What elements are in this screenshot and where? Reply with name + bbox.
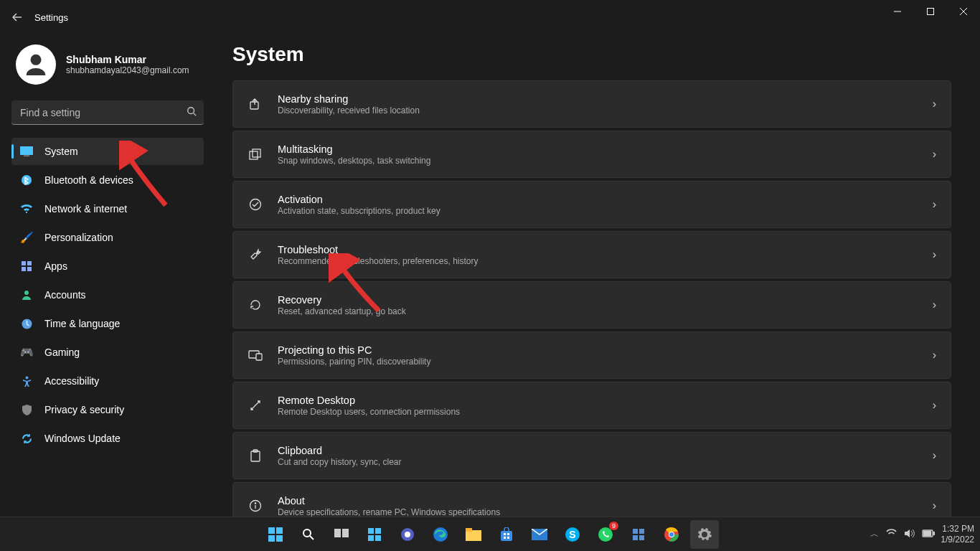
chevron-up-icon[interactable]: ︿ (870, 528, 879, 540)
apps-icon (20, 260, 33, 273)
svg-rect-37 (342, 529, 349, 537)
minimize-button[interactable] (881, 0, 914, 23)
wifi-icon (20, 202, 33, 215)
edge-button[interactable] (426, 520, 455, 549)
nav-item-gaming[interactable]: 🎮 Gaming (11, 339, 204, 366)
nav-item-accessibility[interactable]: Accessibility (11, 367, 204, 395)
remote-icon (248, 399, 263, 412)
card-title: Activation (278, 194, 933, 205)
shield-icon (20, 403, 33, 416)
system-tray[interactable]: ︿ 1:32 PM 1/9/2022 (870, 524, 974, 545)
nav-label: Accessibility (44, 375, 99, 387)
display-icon (20, 145, 33, 158)
card-remote-desktop[interactable]: Remote DesktopRemote Desktop users, conn… (232, 382, 951, 429)
battery-tray-icon[interactable] (922, 529, 935, 540)
svg-rect-38 (368, 528, 374, 534)
nav-item-time[interactable]: Time & language (11, 310, 204, 337)
nav-label: Personalization (44, 232, 113, 243)
card-desc: Permissions, pairing PIN, discoverabilit… (278, 357, 933, 367)
volume-tray-icon[interactable] (904, 529, 915, 540)
search-input[interactable] (11, 100, 204, 125)
bluetooth-icon (20, 174, 33, 187)
chevron-right-icon: › (933, 399, 936, 412)
nav-item-privacy[interactable]: Privacy & security (11, 396, 204, 423)
nav-label: Network & internet (44, 203, 127, 215)
svg-rect-46 (466, 528, 472, 532)
close-button[interactable] (947, 0, 980, 23)
card-recovery[interactable]: RecoveryReset, advanced startup, go back… (232, 281, 951, 329)
nav-item-system[interactable]: System (11, 138, 204, 165)
taskbar-search-button[interactable] (294, 520, 323, 549)
svg-point-5 (188, 108, 194, 114)
nav-item-bluetooth[interactable]: Bluetooth & devices (11, 166, 204, 194)
recovery-icon (248, 298, 263, 311)
card-desc: Discoverability, received files location (278, 105, 933, 116)
card-title: Nearby sharing (278, 93, 933, 105)
nav-label: Gaming (44, 347, 80, 358)
svg-rect-22 (256, 354, 262, 360)
svg-rect-32 (268, 535, 275, 542)
store-button[interactable] (492, 520, 521, 549)
card-about[interactable]: AboutDevice specifications, rename PC, W… (232, 482, 951, 517)
svg-point-16 (25, 376, 28, 379)
start-button[interactable] (261, 520, 290, 549)
nav-label: Apps (44, 260, 67, 272)
page-title: System (232, 43, 951, 66)
window-title: Settings (34, 12, 68, 23)
nav-item-apps[interactable]: Apps (11, 253, 204, 280)
nav-item-personalization[interactable]: 🖌️ Personalization (11, 224, 204, 251)
card-title: About (278, 495, 933, 507)
whatsapp-button[interactable] (591, 520, 620, 549)
nav-list: System Bluetooth & devices Network & int… (11, 138, 204, 452)
svg-rect-30 (268, 527, 275, 534)
widgets-button[interactable] (360, 520, 389, 549)
svg-rect-11 (27, 261, 32, 265)
skype-button[interactable]: S (558, 520, 587, 549)
card-desc: Recommended troubleshooters, preferences… (278, 256, 933, 266)
clock-time: 1:32 PM (941, 524, 974, 534)
nav-item-accounts[interactable]: Accounts (11, 281, 204, 309)
card-troubleshoot[interactable]: TroubleshootRecommended troubleshooters,… (232, 231, 951, 278)
update-icon (20, 432, 33, 445)
wifi-tray-icon[interactable] (886, 529, 897, 540)
card-title: Multitasking (278, 143, 933, 155)
maximize-button[interactable] (914, 0, 947, 23)
card-projecting[interactable]: Projecting to this PCPermissions, pairin… (232, 331, 951, 379)
svg-point-20 (250, 199, 261, 210)
mail-button[interactable] (525, 520, 554, 549)
svg-rect-56 (633, 529, 638, 534)
card-activation[interactable]: ActivationActivation state, subscription… (232, 181, 951, 228)
svg-rect-33 (276, 535, 283, 542)
svg-rect-58 (633, 535, 638, 540)
task-view-button[interactable] (327, 520, 356, 549)
card-nearby-sharing[interactable]: Nearby sharingDiscoverability, received … (232, 80, 951, 128)
nav-item-network[interactable]: Network & internet (11, 195, 204, 222)
user-profile[interactable]: Shubham Kumar shubhamdayal2043@gmail.com (11, 42, 204, 96)
card-clipboard[interactable]: ClipboardCut and copy history, sync, cle… (232, 432, 951, 479)
search-icon (187, 106, 197, 119)
nav-label: Accounts (44, 289, 86, 301)
app-button[interactable] (624, 520, 653, 549)
taskbar-clock[interactable]: 1:32 PM 1/9/2022 (941, 524, 974, 545)
chevron-right-icon: › (933, 449, 936, 462)
gaming-icon: 🎮 (20, 346, 33, 359)
svg-text:S: S (569, 529, 575, 540)
svg-rect-19 (253, 149, 260, 157)
card-title: Clipboard (278, 445, 933, 456)
wrench-icon (248, 248, 263, 261)
chevron-right-icon: › (933, 349, 936, 362)
card-multitasking[interactable]: MultitaskingSnap windows, desktops, task… (232, 131, 951, 178)
explorer-button[interactable] (459, 520, 488, 549)
svg-line-35 (310, 536, 314, 540)
back-button[interactable] (3, 3, 32, 32)
svg-rect-51 (507, 537, 509, 539)
teams-button[interactable] (393, 520, 422, 549)
settings-button[interactable] (690, 520, 719, 549)
multitask-icon (248, 149, 263, 160)
main-content: System Nearby sharingDiscoverability, re… (215, 34, 980, 517)
chevron-right-icon: › (933, 198, 936, 211)
svg-rect-50 (504, 537, 506, 539)
nav-label: Privacy & security (44, 404, 124, 415)
chrome-button[interactable] (657, 520, 686, 549)
nav-item-update[interactable]: Windows Update (11, 425, 204, 452)
